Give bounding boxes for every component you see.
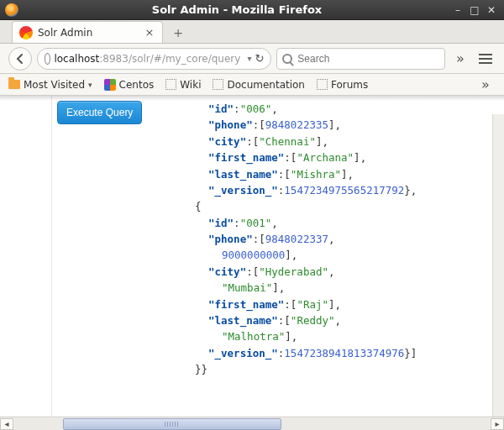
- hamburger-icon: [479, 54, 492, 64]
- centos-icon: [104, 79, 116, 91]
- right-gutter: [492, 96, 504, 417]
- scroll-left-button[interactable]: ◂: [0, 418, 13, 430]
- tab-label: Solr Admin: [38, 27, 144, 39]
- search-icon: [282, 54, 292, 64]
- execute-query-button[interactable]: Execute Query: [57, 101, 142, 124]
- menu-button[interactable]: [475, 49, 496, 69]
- solr-icon: [19, 26, 33, 39]
- left-panel: [0, 96, 52, 417]
- folder-icon: [8, 80, 20, 89]
- bookmark-documentation[interactable]: Documentation: [213, 79, 305, 91]
- bookmark-centos[interactable]: Centos: [104, 79, 155, 91]
- bookmark-forums[interactable]: Forums: [317, 79, 368, 91]
- window-titlebar: Solr Admin - Mozilla Firefox – □ ✕: [0, 0, 504, 20]
- bookmark-label: Documentation: [227, 79, 305, 91]
- tab-solr-admin[interactable]: Solr Admin ×: [12, 21, 163, 43]
- search-bar[interactable]: [276, 48, 445, 70]
- window-close-button[interactable]: ✕: [484, 3, 499, 17]
- vertical-scrollbar[interactable]: [492, 114, 504, 417]
- query-panel: Execute Query: [52, 96, 176, 417]
- url-bar[interactable]: localhost:8983/solr/#/my_core/query ▾ ↻: [37, 48, 271, 70]
- scroll-right-button[interactable]: ▸: [491, 418, 504, 430]
- page-icon: [165, 79, 176, 90]
- bookmarks-toolbar: Most Visited▾ Centos Wiki Documentation …: [0, 74, 504, 96]
- bookmark-label: Most Visited: [24, 79, 85, 91]
- chevron-down-icon: ▾: [88, 81, 92, 89]
- overflow-button[interactable]: [450, 49, 470, 69]
- search-input[interactable]: [297, 53, 439, 65]
- page-icon: [213, 79, 223, 90]
- window-minimize-button[interactable]: –: [450, 3, 465, 17]
- url-path: :8983/solr/#/my_core/query: [99, 53, 240, 65]
- bookmark-label: Forums: [331, 79, 368, 91]
- new-tab-button[interactable]: +: [168, 26, 188, 43]
- bookmark-wiki[interactable]: Wiki: [165, 79, 201, 91]
- page-icon: [317, 79, 328, 90]
- url-host: localhost: [54, 53, 99, 65]
- url-dropdown-icon[interactable]: ▾: [247, 54, 251, 63]
- nav-toolbar: localhost:8983/solr/#/my_core/query ▾ ↻: [0, 44, 504, 74]
- window-title: Solr Admin - Mozilla Firefox: [25, 3, 449, 16]
- horizontal-scrollbar: ◂ ▸: [0, 417, 504, 430]
- bookmarks-overflow-button[interactable]: [475, 75, 496, 95]
- bookmark-label: Wiki: [180, 79, 201, 91]
- result-panel: "id":"006", "phone":[9848022335], "city"…: [176, 96, 504, 417]
- firefox-icon: [5, 3, 18, 17]
- reload-button[interactable]: ↻: [255, 52, 264, 65]
- window-maximize-button[interactable]: □: [467, 3, 482, 17]
- tab-strip: Solr Admin × +: [0, 20, 504, 44]
- bookmark-label: Centos: [119, 79, 155, 91]
- hscroll-track[interactable]: [14, 418, 490, 430]
- bookmark-most-visited[interactable]: Most Visited▾: [8, 79, 92, 91]
- page-content: Execute Query "id":"006", "phone":[98480…: [0, 96, 504, 417]
- hscroll-thumb[interactable]: [63, 418, 281, 430]
- back-button[interactable]: [8, 47, 32, 71]
- globe-icon: [45, 53, 50, 65]
- tab-close-button[interactable]: ×: [144, 27, 155, 39]
